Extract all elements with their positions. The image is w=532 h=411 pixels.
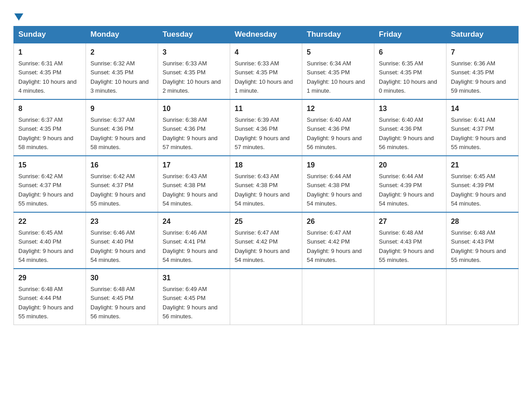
day-info: Sunrise: 6:49 AMSunset: 4:45 PMDaylight:…: [163, 286, 218, 320]
calendar-cell: [446, 269, 519, 325]
calendar-cell: 21 Sunrise: 6:45 AMSunset: 4:39 PMDaylig…: [446, 156, 519, 212]
day-number: 21: [451, 160, 514, 171]
logo-arrow-icon: [14, 13, 23, 21]
calendar-cell: 14 Sunrise: 6:41 AMSunset: 4:37 PMDaylig…: [446, 99, 519, 156]
calendar-cell: 15 Sunrise: 6:42 AMSunset: 4:37 PMDaylig…: [14, 156, 86, 212]
day-number: 4: [235, 47, 297, 58]
calendar-cell: 17 Sunrise: 6:43 AMSunset: 4:38 PMDaylig…: [158, 156, 230, 212]
calendar-cell: 7 Sunrise: 6:36 AMSunset: 4:35 PMDayligh…: [446, 43, 519, 99]
day-info: Sunrise: 6:34 AMSunset: 4:35 PMDaylight:…: [307, 60, 365, 94]
calendar-cell: 2 Sunrise: 6:32 AMSunset: 4:35 PMDayligh…: [86, 43, 158, 99]
calendar-cell: 13 Sunrise: 6:40 AMSunset: 4:36 PMDaylig…: [374, 99, 446, 156]
calendar-week-row: 8 Sunrise: 6:37 AMSunset: 4:35 PMDayligh…: [14, 99, 519, 156]
day-number: 30: [90, 273, 153, 283]
day-info: Sunrise: 6:47 AMSunset: 4:42 PMDaylight:…: [235, 229, 290, 263]
calendar-cell: 1 Sunrise: 6:31 AMSunset: 4:35 PMDayligh…: [14, 43, 86, 99]
calendar-week-row: 29 Sunrise: 6:48 AMSunset: 4:44 PMDaylig…: [14, 269, 519, 325]
calendar-week-row: 22 Sunrise: 6:45 AMSunset: 4:40 PMDaylig…: [14, 212, 519, 269]
calendar-cell: 18 Sunrise: 6:43 AMSunset: 4:38 PMDaylig…: [230, 156, 302, 212]
calendar-cell: 29 Sunrise: 6:48 AMSunset: 4:44 PMDaylig…: [14, 269, 86, 325]
day-number: 17: [163, 160, 225, 171]
day-number: 31: [163, 273, 225, 283]
weekday-header-thursday: Thursday: [302, 26, 374, 43]
day-info: Sunrise: 6:43 AMSunset: 4:38 PMDaylight:…: [163, 173, 218, 207]
day-info: Sunrise: 6:46 AMSunset: 4:41 PMDaylight:…: [163, 229, 218, 263]
day-number: 25: [235, 216, 297, 227]
day-number: 11: [235, 103, 297, 114]
day-info: Sunrise: 6:36 AMSunset: 4:35 PMDaylight:…: [451, 60, 506, 94]
day-number: 6: [379, 47, 442, 58]
calendar-cell: 4 Sunrise: 6:33 AMSunset: 4:35 PMDayligh…: [230, 43, 302, 99]
day-number: 24: [163, 216, 225, 227]
day-info: Sunrise: 6:45 AMSunset: 4:40 PMDaylight:…: [18, 229, 73, 263]
weekday-header-friday: Friday: [374, 26, 446, 43]
day-info: Sunrise: 6:32 AMSunset: 4:35 PMDaylight:…: [90, 60, 149, 94]
day-info: Sunrise: 6:35 AMSunset: 4:35 PMDaylight:…: [379, 60, 437, 94]
weekday-header-monday: Monday: [86, 26, 158, 43]
calendar-cell: [374, 269, 446, 325]
day-info: Sunrise: 6:46 AMSunset: 4:40 PMDaylight:…: [90, 229, 146, 263]
day-info: Sunrise: 6:44 AMSunset: 4:39 PMDaylight:…: [379, 173, 434, 207]
day-info: Sunrise: 6:43 AMSunset: 4:38 PMDaylight:…: [235, 173, 290, 207]
day-number: 3: [163, 47, 225, 58]
calendar-cell: 11 Sunrise: 6:39 AMSunset: 4:36 PMDaylig…: [230, 99, 302, 156]
day-number: 7: [451, 47, 514, 58]
day-number: 2: [90, 47, 153, 58]
day-info: Sunrise: 6:48 AMSunset: 4:43 PMDaylight:…: [451, 229, 506, 263]
calendar-cell: 19 Sunrise: 6:44 AMSunset: 4:38 PMDaylig…: [302, 156, 374, 212]
day-info: Sunrise: 6:44 AMSunset: 4:38 PMDaylight:…: [307, 173, 362, 207]
day-info: Sunrise: 6:37 AMSunset: 4:36 PMDaylight:…: [90, 116, 146, 150]
weekday-header-tuesday: Tuesday: [158, 26, 230, 43]
calendar-cell: [230, 269, 302, 325]
calendar-cell: 28 Sunrise: 6:48 AMSunset: 4:43 PMDaylig…: [446, 212, 519, 269]
calendar-table: SundayMondayTuesdayWednesdayThursdayFrid…: [13, 26, 519, 325]
day-number: 1: [18, 47, 81, 58]
day-number: 9: [90, 103, 153, 114]
day-number: 8: [18, 103, 81, 114]
day-number: 5: [307, 47, 369, 58]
calendar-week-row: 1 Sunrise: 6:31 AMSunset: 4:35 PMDayligh…: [14, 43, 519, 99]
day-info: Sunrise: 6:33 AMSunset: 4:35 PMDaylight:…: [235, 60, 293, 94]
calendar-cell: 6 Sunrise: 6:35 AMSunset: 4:35 PMDayligh…: [374, 43, 446, 99]
day-info: Sunrise: 6:38 AMSunset: 4:36 PMDaylight:…: [163, 116, 218, 150]
day-number: 15: [18, 160, 81, 171]
calendar-cell: 23 Sunrise: 6:46 AMSunset: 4:40 PMDaylig…: [86, 212, 158, 269]
logo: [13, 13, 23, 21]
calendar-cell: 16 Sunrise: 6:42 AMSunset: 4:37 PMDaylig…: [86, 156, 158, 212]
day-info: Sunrise: 6:42 AMSunset: 4:37 PMDaylight:…: [90, 173, 146, 207]
day-number: 27: [379, 216, 442, 227]
calendar-cell: 8 Sunrise: 6:37 AMSunset: 4:35 PMDayligh…: [14, 99, 86, 156]
day-number: 26: [307, 216, 369, 227]
calendar-cell: 25 Sunrise: 6:47 AMSunset: 4:42 PMDaylig…: [230, 212, 302, 269]
day-number: 28: [451, 216, 514, 227]
day-number: 12: [307, 103, 369, 114]
page-header: [13, 9, 519, 21]
day-number: 18: [235, 160, 297, 171]
day-info: Sunrise: 6:48 AMSunset: 4:43 PMDaylight:…: [379, 229, 434, 263]
logo-general: [13, 13, 23, 21]
day-number: 19: [307, 160, 369, 171]
day-info: Sunrise: 6:41 AMSunset: 4:37 PMDaylight:…: [451, 116, 506, 150]
calendar-cell: 30 Sunrise: 6:48 AMSunset: 4:45 PMDaylig…: [86, 269, 158, 325]
day-info: Sunrise: 6:42 AMSunset: 4:37 PMDaylight:…: [18, 173, 73, 207]
weekday-header-sunday: Sunday: [14, 26, 86, 43]
day-info: Sunrise: 6:45 AMSunset: 4:39 PMDaylight:…: [451, 173, 506, 207]
day-info: Sunrise: 6:39 AMSunset: 4:36 PMDaylight:…: [235, 116, 290, 150]
day-info: Sunrise: 6:31 AMSunset: 4:35 PMDaylight:…: [18, 60, 77, 94]
calendar-cell: 12 Sunrise: 6:40 AMSunset: 4:36 PMDaylig…: [302, 99, 374, 156]
calendar-cell: 27 Sunrise: 6:48 AMSunset: 4:43 PMDaylig…: [374, 212, 446, 269]
day-number: 13: [379, 103, 442, 114]
day-number: 22: [18, 216, 81, 227]
calendar-cell: 10 Sunrise: 6:38 AMSunset: 4:36 PMDaylig…: [158, 99, 230, 156]
day-info: Sunrise: 6:37 AMSunset: 4:35 PMDaylight:…: [18, 116, 73, 150]
day-number: 29: [18, 273, 81, 283]
calendar-cell: 3 Sunrise: 6:33 AMSunset: 4:35 PMDayligh…: [158, 43, 230, 99]
calendar-cell: 9 Sunrise: 6:37 AMSunset: 4:36 PMDayligh…: [86, 99, 158, 156]
day-info: Sunrise: 6:48 AMSunset: 4:45 PMDaylight:…: [90, 286, 146, 320]
calendar-week-row: 15 Sunrise: 6:42 AMSunset: 4:37 PMDaylig…: [14, 156, 519, 212]
day-info: Sunrise: 6:47 AMSunset: 4:42 PMDaylight:…: [307, 229, 362, 263]
calendar-cell: 5 Sunrise: 6:34 AMSunset: 4:35 PMDayligh…: [302, 43, 374, 99]
calendar-cell: 26 Sunrise: 6:47 AMSunset: 4:42 PMDaylig…: [302, 212, 374, 269]
calendar-cell: 20 Sunrise: 6:44 AMSunset: 4:39 PMDaylig…: [374, 156, 446, 212]
calendar-cell: [302, 269, 374, 325]
